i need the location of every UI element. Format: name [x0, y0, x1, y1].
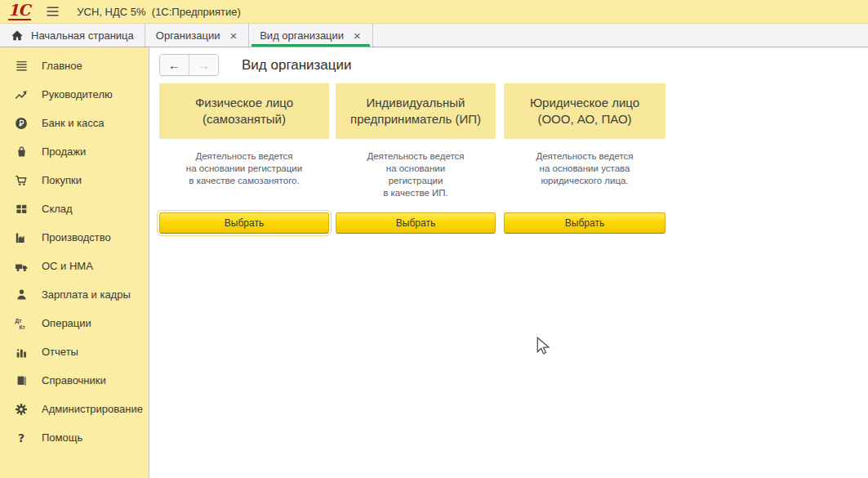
page-title: Вид организации: [242, 57, 352, 74]
select-button-self-employed[interactable]: Выбрать: [159, 212, 329, 234]
sidebar-item-label: ОС и НМА: [42, 260, 93, 272]
tab-organizations[interactable]: Организации ×: [145, 24, 249, 47]
sidebar-item-label: Зарплата и кадры: [42, 288, 131, 301]
section-sidebar: Главное Руководителю Банк и касса Продаж…: [0, 47, 149, 478]
sidebar-item-production[interactable]: Производство: [0, 223, 149, 252]
shopping-bag-icon: [13, 145, 29, 159]
close-icon[interactable]: ×: [229, 29, 238, 42]
sidebar-item-label: Отчеты: [42, 346, 78, 358]
sidebar-item-help[interactable]: ? Помощь: [0, 423, 149, 452]
card-title: Индивидуальный предприниматель (ИП): [336, 83, 496, 139]
sidebar-item-label: Производство: [42, 231, 111, 243]
sidebar-item-operations[interactable]: ДтКт Операции: [0, 309, 149, 337]
warehouse-icon: [13, 203, 29, 216]
select-button-legal-entity[interactable]: Выбрать: [504, 212, 665, 234]
sidebar-item-os-nma[interactable]: ОС и НМА: [0, 252, 149, 280]
card-individual-entrepreneur: Индивидуальный предприниматель (ИП) Деят…: [336, 83, 496, 234]
close-icon[interactable]: ×: [353, 29, 362, 42]
card-legal-entity: Юридическое лицо (ООО, АО, ПАО) Деятельн…: [504, 83, 665, 234]
sidebar-item-administration[interactable]: Администрирование: [0, 395, 149, 423]
organization-type-cards: Физическое лицо (самозанятый) Деятельнос…: [159, 83, 868, 234]
sidebar-item-label: Руководителю: [42, 88, 113, 101]
sidebar-item-label: Помощь: [42, 431, 82, 444]
sidebar-item-salary-hr[interactable]: Зарплата и кадры: [0, 280, 149, 309]
sidebar-item-manager[interactable]: Руководителю: [0, 80, 149, 109]
sidebar-item-label: Администрирование: [42, 403, 143, 415]
svg-text:Кт: Кт: [20, 324, 25, 330]
sidebar-item-main[interactable]: Главное: [0, 51, 149, 80]
1c-logo-icon: 1С: [8, 2, 31, 20]
svg-text:Дт: Дт: [16, 318, 22, 324]
sidebar-item-label: Операции: [42, 317, 91, 329]
books-icon: [13, 374, 29, 387]
tab-label: Начальная страница: [31, 29, 134, 42]
tab-home-page[interactable]: Начальная страница: [0, 24, 145, 47]
sidebar-item-label: Главное: [42, 60, 82, 72]
gear-icon: [13, 403, 29, 416]
shopping-cart-icon: [13, 174, 29, 187]
tab-label: Вид организации: [260, 29, 344, 42]
select-button-entrepreneur[interactable]: Выбрать: [336, 212, 496, 234]
ruble-circle-icon: [13, 117, 29, 130]
card-title: Физическое лицо (самозанятый): [159, 83, 329, 139]
truck-icon: [13, 260, 29, 273]
card-individual-self-employed: Физическое лицо (самозанятый) Деятельнос…: [159, 83, 329, 234]
sidebar-item-label: Продажи: [42, 145, 86, 158]
question-icon: ?: [13, 431, 29, 444]
home-icon: [11, 29, 24, 42]
window-titlebar: 1С УСН, НДС 5% (1С:Предприятие): [0, 0, 868, 24]
card-description: Деятельность ведется на основании регист…: [336, 139, 496, 212]
sidebar-item-label: Покупки: [42, 174, 82, 186]
menu-lines-icon: [13, 60, 29, 73]
window-title: УСН, НДС 5% (1С:Предприятие): [77, 6, 240, 18]
card-description: Деятельность ведется на основании устава…: [504, 139, 665, 212]
sidebar-item-warehouse[interactable]: Склад: [0, 194, 149, 223]
card-title: Юридическое лицо (ООО, АО, ПАО): [504, 83, 665, 139]
history-nav-group: ← →: [159, 54, 219, 76]
back-button[interactable]: ←: [160, 55, 189, 75]
person-icon: [13, 288, 29, 302]
sidebar-item-sales[interactable]: Продажи: [0, 137, 149, 166]
sidebar-item-directories[interactable]: Справочники: [0, 366, 149, 395]
main-menu-icon[interactable]: [46, 5, 60, 18]
sidebar-item-label: Банк и касса: [42, 117, 105, 129]
sidebar-item-purchases[interactable]: Покупки: [0, 166, 149, 194]
card-description: Деятельность ведется на основании регист…: [159, 139, 329, 212]
tab-label: Организации: [156, 29, 220, 42]
sidebar-item-label: Склад: [42, 203, 73, 215]
forward-button: →: [189, 55, 218, 75]
debit-credit-icon: ДтКт: [13, 317, 29, 330]
main-content: ← → Вид организации Физическое лицо (сам…: [149, 47, 868, 478]
tab-organization-type[interactable]: Вид организации ×: [249, 24, 373, 47]
bar-chart-icon: [13, 346, 29, 359]
factory-icon: [13, 231, 29, 244]
sidebar-item-label: Справочники: [42, 374, 106, 386]
tab-bar: Начальная страница Организации × Вид орг…: [0, 24, 868, 47]
sidebar-item-reports[interactable]: Отчеты: [0, 337, 149, 366]
trend-up-icon: [13, 88, 29, 101]
sidebar-item-bank-cash[interactable]: Банк и касса: [0, 109, 149, 137]
